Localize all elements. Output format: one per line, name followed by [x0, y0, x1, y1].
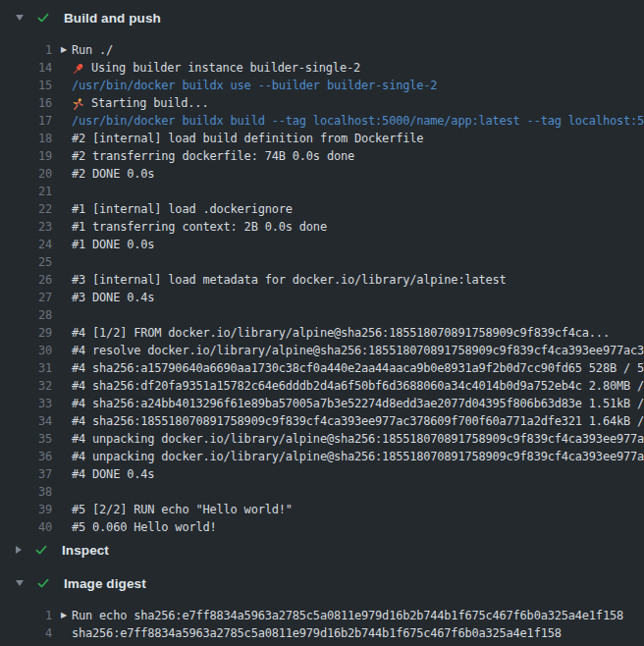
line-number[interactable]: 36 [0, 448, 52, 465]
log-line: 21 [0, 183, 644, 200]
line-number[interactable]: 22 [0, 200, 52, 218]
line-number[interactable]: 39 [0, 501, 52, 518]
section-body-build-and-push: 1▶Run ./14Using builder instance builder… [0, 41, 644, 536]
log-text: #4 unpacking docker.io/library/alpine@sh… [72, 448, 644, 465]
line-number[interactable]: 15 [0, 77, 52, 94]
runner-icon [72, 97, 84, 110]
line-number[interactable]: 30 [0, 342, 52, 359]
line-number[interactable]: 16 [0, 94, 52, 112]
log-line: 37#4 DONE 0.4s [0, 465, 644, 483]
pushpin-icon [72, 62, 84, 75]
line-number[interactable]: 18 [0, 130, 52, 147]
log-line: 25 [0, 253, 644, 271]
log-line: 24#1 DONE 0.0s [0, 236, 644, 253]
log-line: 23#1 transferring context: 2B 0.0s done [0, 218, 644, 236]
log-command-text: /usr/bin/docker buildx build --tag local… [72, 112, 644, 130]
check-icon [36, 11, 50, 25]
run-toggle-icon[interactable]: ▶ [61, 41, 72, 59]
section-build-and-push: Build and push 1▶Run ./14Using builder i… [0, 6, 644, 536]
log-line: 39#5 [2/2] RUN echo "Hello world!" [0, 501, 644, 518]
log-text: #4 [1/2] FROM docker.io/library/alpine@s… [72, 324, 610, 342]
line-number[interactable]: 37 [0, 465, 52, 483]
log-text: #4 sha256:a15790640a6690aa1730c38cf0a440… [72, 359, 644, 377]
line-number[interactable]: 38 [0, 483, 52, 501]
log-line: 1▶Run echo sha256:e7ff8834a5963a2785c5a0… [0, 607, 644, 624]
chevron-down-icon[interactable] [16, 15, 24, 21]
check-icon [36, 576, 50, 590]
log-line: 30#4 resolve docker.io/library/alpine@sh… [0, 342, 644, 359]
log-command-text: /usr/bin/docker buildx use --builder bui… [72, 77, 437, 94]
line-number[interactable]: 19 [0, 147, 52, 165]
line-number[interactable]: 26 [0, 271, 52, 289]
log-text: #2 transferring dockerfile: 74B 0.0s don… [72, 147, 354, 165]
section-header-image-digest[interactable]: Image digest [0, 571, 644, 595]
log-line: 28 [0, 306, 644, 324]
line-number[interactable]: 4 [0, 624, 52, 642]
log-line: 31#4 sha256:a15790640a6690aa1730c38cf0a4… [0, 359, 644, 377]
line-number[interactable]: 17 [0, 112, 52, 130]
chevron-right-icon[interactable] [16, 546, 22, 554]
line-number[interactable]: 28 [0, 306, 52, 324]
chevron-down-icon[interactable] [16, 580, 24, 586]
line-number[interactable]: 23 [0, 218, 52, 236]
line-number[interactable]: 32 [0, 377, 52, 395]
section-title: Build and push [64, 11, 161, 26]
log-text: #2 DONE 0.0s [72, 165, 154, 183]
section-title: Inspect [62, 543, 109, 558]
log-text: #1 transferring context: 2B 0.0s done [72, 218, 327, 236]
line-number[interactable]: 40 [0, 518, 52, 536]
log-text: #2 [internal] load build definition from… [72, 130, 423, 147]
log-text: ▶Run ./ [72, 41, 113, 59]
log-text: #4 sha256:df20fa9351a15782c64e6dddb2d4a6… [72, 377, 644, 395]
line-number[interactable]: 31 [0, 359, 52, 377]
log-text: #4 sha256:a24bb4013296f61e89ba57005a7b3e… [72, 395, 644, 412]
log-line: 38 [0, 483, 644, 501]
log-text: #5 [2/2] RUN echo "Hello world!" [72, 501, 293, 518]
log-line: 29#4 [1/2] FROM docker.io/library/alpine… [0, 324, 644, 342]
section-title: Image digest [64, 576, 146, 591]
section-header-build-and-push[interactable]: Build and push [0, 6, 644, 29]
line-number[interactable]: 29 [0, 324, 52, 342]
log-line: 27#3 DONE 0.4s [0, 289, 644, 306]
line-number[interactable]: 1 [0, 607, 52, 624]
workflow-log-viewer: Build and push 1▶Run ./14Using builder i… [0, 0, 644, 646]
log-line: 15/usr/bin/docker buildx use --builder b… [0, 77, 644, 94]
log-line: 36#4 unpacking docker.io/library/alpine@… [0, 448, 644, 465]
line-number[interactable]: 27 [0, 289, 52, 306]
log-line: 26#3 [internal] load metadata for docker… [0, 271, 644, 289]
check-icon [34, 543, 48, 557]
section-header-inspect[interactable]: Inspect [0, 538, 644, 562]
log-line: 35#4 unpacking docker.io/library/alpine@… [0, 430, 644, 448]
run-toggle-icon[interactable]: ▶ [61, 607, 72, 624]
section-inspect: Inspect [0, 538, 644, 562]
line-number[interactable]: 35 [0, 430, 52, 448]
line-number[interactable]: 20 [0, 165, 52, 183]
log-line: 18#2 [internal] load build definition fr… [0, 130, 644, 147]
log-text: #3 DONE 0.4s [72, 289, 154, 306]
log-line: 14Using builder instance builder-single-… [0, 59, 644, 77]
log-text: #4 resolve docker.io/library/alpine@sha2… [72, 342, 644, 359]
log-line: 16Starting build... [0, 94, 644, 112]
log-text: #5 0.060 Hello world! [72, 518, 217, 536]
log-text: #1 DONE 0.0s [72, 236, 154, 253]
log-text: sha256:e7ff8834a5963a2785c5a0811e979d16b… [72, 624, 562, 642]
line-number[interactable]: 34 [0, 412, 52, 430]
log-text: ▶Run echo sha256:e7ff8834a5963a2785c5a08… [72, 607, 623, 624]
line-number[interactable]: 33 [0, 395, 52, 412]
log-line: 20#2 DONE 0.0s [0, 165, 644, 183]
log-line: 32#4 sha256:df20fa9351a15782c64e6dddb2d4… [0, 377, 644, 395]
log-text: #1 [internal] load .dockerignore [72, 200, 293, 218]
section-image-digest: Image digest 1▶Run echo sha256:e7ff8834a… [0, 571, 644, 642]
log-line: 34#4 sha256:185518070891758909c9f839cf4c… [0, 412, 644, 430]
log-line: 40#5 0.060 Hello world! [0, 518, 644, 536]
log-line: 4sha256:e7ff8834a5963a2785c5a0811e979d16… [0, 624, 644, 642]
log-text: #4 unpacking docker.io/library/alpine@sh… [72, 430, 644, 448]
log-line: 1▶Run ./ [0, 41, 644, 59]
line-number[interactable]: 21 [0, 183, 52, 200]
line-number[interactable]: 1 [0, 41, 52, 59]
line-number[interactable]: 24 [0, 236, 52, 253]
log-line: 33#4 sha256:a24bb4013296f61e89ba57005a7b… [0, 395, 644, 412]
line-number[interactable]: 25 [0, 253, 52, 271]
log-text: Using builder instance builder-single-2 [72, 59, 360, 77]
line-number[interactable]: 14 [0, 59, 52, 77]
